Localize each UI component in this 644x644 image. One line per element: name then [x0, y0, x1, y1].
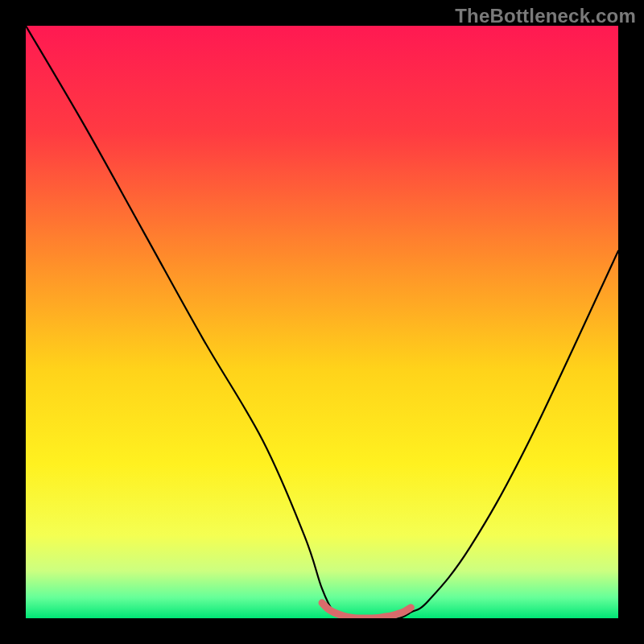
chart-background [26, 26, 618, 618]
watermark-text: TheBottleneck.com [455, 5, 636, 27]
bottleneck-chart: TheBottleneck.com [0, 0, 644, 644]
chart-svg [26, 26, 618, 618]
plot-area [26, 26, 618, 618]
